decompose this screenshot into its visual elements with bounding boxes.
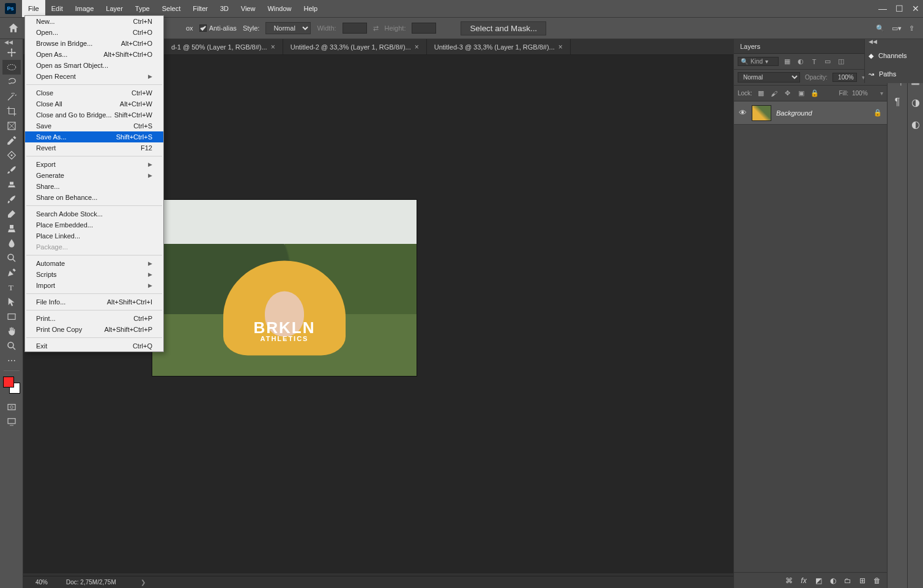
filter-smart-icon[interactable]: ◫ [836, 57, 846, 67]
collapse-icon[interactable]: ◀◀ [869, 39, 877, 45]
lock-transparent-icon[interactable]: ▩ [756, 89, 766, 98]
edit-toolbar[interactable]: ⋯ [2, 353, 21, 368]
fill-input[interactable]: 100% [852, 90, 877, 97]
spot-heal-tool[interactable] [2, 148, 21, 163]
menuitem-open[interactable]: Open...Ctrl+O [25, 27, 163, 38]
document-tab-2[interactable]: Untitled-3 @ 33,3% (Layer 1, RGB/8#)...× [427, 39, 571, 55]
filter-type-icon[interactable]: T [809, 57, 819, 67]
filter-adjust-icon[interactable]: ◐ [796, 57, 806, 67]
lock-all-icon[interactable]: 🔒 [810, 89, 820, 98]
crop-tool[interactable] [2, 104, 21, 119]
new-layer-icon[interactable]: ⊞ [858, 576, 867, 585]
paragraph-icon[interactable]: ¶ [891, 95, 904, 109]
layer-mask-icon[interactable]: ◩ [814, 576, 823, 585]
blur-tool[interactable] [2, 236, 21, 251]
lock-pixels-icon[interactable]: 🖌 [769, 89, 779, 98]
menu-layer[interactable]: Layer [100, 0, 129, 17]
type-tool[interactable]: T [2, 280, 21, 295]
menuitem-export[interactable]: Export▶ [25, 159, 163, 170]
menuitem-save-as[interactable]: Save As...Shift+Ctrl+S [25, 131, 163, 142]
select-and-mask-button[interactable]: Select and Mask... [461, 21, 546, 35]
status-caret-icon[interactable]: ❯ [141, 579, 146, 586]
width-input[interactable] [343, 23, 367, 34]
menuitem-new[interactable]: New...Ctrl+N [25, 16, 163, 27]
menuitem-place-embedded[interactable]: Place Embedded... [25, 219, 163, 230]
arrange-icon[interactable]: ▭▾ [892, 24, 902, 32]
menuitem-browse-in-bridge[interactable]: Browse in Bridge...Alt+Ctrl+O [25, 38, 163, 49]
frame-tool[interactable] [2, 119, 21, 133]
rectangle-tool[interactable] [2, 309, 21, 324]
maximize-button[interactable]: ☐ [895, 4, 903, 13]
menuitem-revert[interactable]: RevertF12 [25, 142, 163, 153]
minimize-button[interactable]: — [878, 4, 887, 13]
opacity-input[interactable]: 100% [832, 73, 857, 82]
layer-fx-icon[interactable]: fx [799, 576, 809, 585]
gradient-tool[interactable] [2, 221, 21, 236]
dodge-tool[interactable] [2, 251, 21, 265]
menuitem-share[interactable]: Share... [25, 181, 163, 192]
menuitem-search-adobe-stock[interactable]: Search Adobe Stock... [25, 208, 163, 219]
menu-filter[interactable]: Filter [187, 0, 213, 17]
adjustments-icon[interactable]: ◑ [909, 95, 922, 109]
lock-artboard-icon[interactable]: ▣ [796, 89, 806, 98]
delete-layer-icon[interactable]: 🗑 [872, 576, 882, 585]
menuitem-print-one-copy[interactable]: Print One CopyAlt+Shift+Ctrl+P [25, 324, 163, 335]
menuitem-open-as[interactable]: Open As...Alt+Shift+Ctrl+O [25, 49, 163, 60]
swap-icon[interactable]: ⇄ [373, 24, 379, 32]
menuitem-generate[interactable]: Generate▶ [25, 170, 163, 181]
menu-edit[interactable]: Edit [45, 0, 69, 17]
document-tab-0[interactable]: d-1 @ 50% (Layer 1, RGB/8#)...× [164, 39, 283, 55]
adjustment-layer-icon[interactable]: ◐ [828, 576, 838, 585]
move-tool[interactable] [2, 45, 21, 60]
channels-tab[interactable]: ◆Channels [865, 46, 923, 65]
menuitem-save[interactable]: SaveCtrl+S [25, 120, 163, 131]
layer-kind-select[interactable]: 🔍 Kind ▾ [738, 57, 779, 66]
height-input[interactable] [412, 23, 436, 34]
styles-icon[interactable]: ◐ [909, 117, 922, 131]
menuitem-import[interactable]: Import▶ [25, 280, 163, 291]
new-group-icon[interactable]: 🗀 [843, 576, 853, 585]
close-button[interactable]: ✕ [912, 4, 919, 13]
menuitem-close[interactable]: CloseCtrl+W [25, 87, 163, 98]
menu-3d[interactable]: 3D [214, 0, 235, 17]
layer-name[interactable]: Background [776, 109, 812, 117]
menuitem-print[interactable]: Print...Ctrl+P [25, 313, 163, 324]
brush-tool[interactable] [2, 163, 21, 177]
home-button[interactable] [5, 20, 22, 37]
marquee-tool[interactable] [2, 60, 21, 75]
menuitem-close-all[interactable]: Close AllAlt+Ctrl+W [25, 98, 163, 109]
menuitem-scripts[interactable]: Scripts▶ [25, 269, 163, 280]
eyedropper-tool[interactable] [2, 133, 21, 148]
menu-type[interactable]: Type [129, 0, 156, 17]
path-selection-tool[interactable] [2, 295, 21, 309]
menuitem-place-linked[interactable]: Place Linked... [25, 230, 163, 241]
quickmask-toggle[interactable] [2, 400, 21, 414]
lock-position-icon[interactable]: ✥ [783, 89, 793, 98]
zoom-tool[interactable] [2, 339, 21, 353]
layer-thumbnail[interactable] [752, 105, 771, 121]
close-tab-icon[interactable]: × [415, 43, 419, 51]
anti-alias-checkbox[interactable]: Anti-alias [199, 24, 237, 32]
menuitem-open-as-smart-object[interactable]: Open as Smart Object... [25, 60, 163, 71]
menuitem-exit[interactable]: ExitCtrl+Q [25, 340, 163, 351]
menuitem-share-on-behance[interactable]: Share on Behance... [25, 192, 163, 203]
menu-window[interactable]: Window [261, 0, 297, 17]
layer-row-background[interactable]: 👁 Background 🔒 [734, 101, 887, 125]
close-tab-icon[interactable]: × [558, 43, 563, 51]
lasso-tool[interactable] [2, 75, 21, 89]
menuitem-open-recent[interactable]: Open Recent▶ [25, 71, 163, 82]
eraser-tool[interactable] [2, 207, 21, 221]
search-icon[interactable]: 🔍 [876, 24, 884, 32]
menu-image[interactable]: Image [69, 0, 100, 17]
menu-select[interactable]: Select [156, 0, 187, 17]
menu-view[interactable]: View [235, 0, 262, 17]
blend-mode-select[interactable]: Normal [738, 72, 800, 83]
style-select[interactable]: Normal [265, 22, 311, 34]
foreground-color-swatch[interactable] [3, 377, 14, 388]
menuitem-close-and-go-to-bridge[interactable]: Close and Go to Bridge...Shift+Ctrl+W [25, 109, 163, 120]
menuitem-automate[interactable]: Automate▶ [25, 258, 163, 269]
layer-lock-icon[interactable]: 🔒 [873, 109, 882, 117]
menu-file[interactable]: File [22, 0, 45, 17]
pen-tool[interactable] [2, 265, 21, 280]
zoom-level[interactable]: 40% [35, 579, 48, 586]
